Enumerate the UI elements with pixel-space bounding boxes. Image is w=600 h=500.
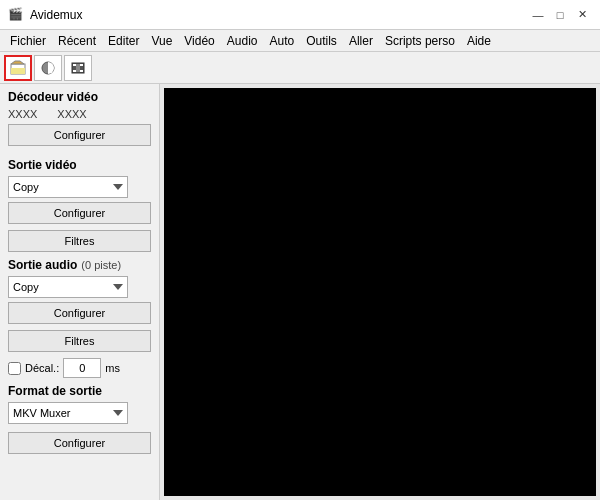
svg-rect-9	[76, 64, 80, 72]
decoder-video-row: XXXX XXXX	[8, 108, 151, 120]
minimize-button[interactable]: —	[528, 6, 548, 24]
menu-recent[interactable]: Récent	[52, 32, 102, 50]
title-text: Avidemux	[30, 8, 82, 22]
menu-aide[interactable]: Aide	[461, 32, 497, 50]
menu-aller[interactable]: Aller	[343, 32, 379, 50]
film-button[interactable]	[64, 55, 92, 81]
sortie-audio-select-row: Copy AAC MP3 AC3	[8, 276, 151, 298]
decoder-configure-button[interactable]: Configurer	[8, 124, 151, 146]
half-button[interactable]	[34, 55, 62, 81]
sortie-audio-filtres-button[interactable]: Filtres	[8, 330, 151, 352]
svg-rect-6	[80, 64, 83, 66]
sortie-video-title: Sortie vidéo	[8, 158, 151, 172]
left-panel: Décodeur vidéo XXXX XXXX Configurer Sort…	[0, 84, 160, 500]
sortie-video-configure-button[interactable]: Configurer	[8, 202, 151, 224]
window-controls: — □ ✕	[528, 6, 592, 24]
menu-fichier[interactable]: Fichier	[4, 32, 52, 50]
sortie-video-select-row: Copy Mpeg4 AVC HEVC Xvid	[8, 176, 151, 198]
half-icon	[41, 61, 55, 75]
format-configure-button[interactable]: Configurer	[8, 432, 151, 454]
format-select-row: MKV Muxer MP4 Muxer AVI Muxer TS Muxer	[8, 402, 151, 424]
sortie-video-select[interactable]: Copy Mpeg4 AVC HEVC Xvid	[8, 176, 128, 198]
svg-rect-2	[11, 68, 25, 74]
svg-marker-1	[11, 61, 24, 64]
app-icon: 🎬	[8, 7, 24, 23]
menu-video[interactable]: Vidéo	[178, 32, 220, 50]
delay-row: Décal.: ms	[8, 358, 151, 378]
menu-audio[interactable]: Audio	[221, 32, 264, 50]
open-icon	[10, 60, 26, 76]
sortie-video-filtres-button[interactable]: Filtres	[8, 230, 151, 252]
film-icon	[71, 61, 85, 75]
ms-label: ms	[105, 362, 120, 374]
delay-input[interactable]	[63, 358, 101, 378]
menu-auto[interactable]: Auto	[264, 32, 301, 50]
video-preview	[164, 88, 596, 496]
decoder-col2: XXXX	[57, 108, 86, 120]
sortie-audio-configure-button[interactable]: Configurer	[8, 302, 151, 324]
menu-editer[interactable]: Editer	[102, 32, 145, 50]
menu-outils[interactable]: Outils	[300, 32, 343, 50]
format-sortie-select[interactable]: MKV Muxer MP4 Muxer AVI Muxer TS Muxer	[8, 402, 128, 424]
menu-bar: Fichier Récent Editer Vue Vidéo Audio Au…	[0, 30, 600, 52]
svg-rect-7	[73, 70, 76, 72]
decoder-video-title: Décodeur vidéo	[8, 90, 151, 104]
open-button[interactable]	[4, 55, 32, 81]
svg-rect-8	[80, 70, 83, 72]
decoder-col1: XXXX	[8, 108, 37, 120]
svg-rect-5	[73, 64, 76, 66]
menu-scripts[interactable]: Scripts perso	[379, 32, 461, 50]
sortie-audio-subtitle: (0 piste)	[81, 259, 121, 271]
delay-checkbox[interactable]	[8, 362, 21, 375]
sortie-audio-title: Sortie audio	[8, 258, 77, 272]
maximize-button[interactable]: □	[550, 6, 570, 24]
delay-label: Décal.:	[25, 362, 59, 374]
main-area: Décodeur vidéo XXXX XXXX Configurer Sort…	[0, 84, 600, 500]
toolbar	[0, 52, 600, 84]
right-panel	[160, 84, 600, 500]
close-button[interactable]: ✕	[572, 6, 592, 24]
menu-vue[interactable]: Vue	[145, 32, 178, 50]
sortie-audio-select[interactable]: Copy AAC MP3 AC3	[8, 276, 128, 298]
title-bar: 🎬 Avidemux — □ ✕	[0, 0, 600, 30]
format-sortie-title: Format de sortie	[8, 384, 151, 398]
